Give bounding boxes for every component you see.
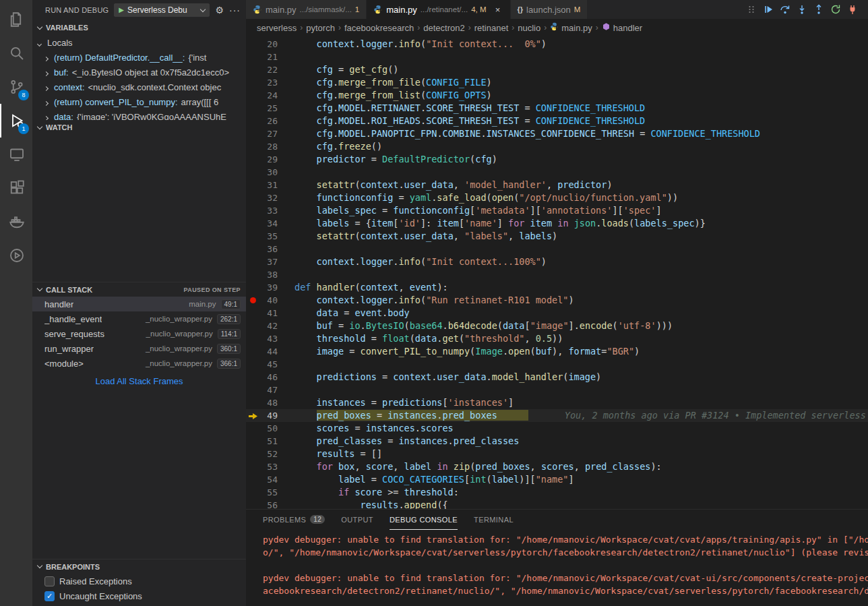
scope-locals[interactable]: Locals	[32, 35, 246, 50]
stack-frame[interactable]: handlermain.py49:1	[32, 297, 246, 311]
code-line[interactable]: 33 labels_spec = functionconfig['metadat…	[246, 204, 868, 217]
code-line[interactable]: 30	[246, 166, 868, 179]
explorer-activity-button[interactable]	[0, 3, 32, 36]
variable-row[interactable]: data:{'image': 'iVBORw0KGgoAAAANSUhE	[32, 109, 246, 120]
editor-tab[interactable]: main.py.../siammask/...1	[246, 0, 367, 19]
panel-tab-output[interactable]: OUTPUT	[341, 510, 373, 530]
gutter-glyph[interactable]	[246, 51, 261, 63]
breakpoint-row[interactable]: Raised Exceptions	[32, 574, 246, 588]
disconnect-button[interactable]	[845, 1, 860, 18]
gutter-glyph[interactable]	[246, 371, 261, 384]
gutter-glyph[interactable]	[246, 255, 261, 268]
checkbox[interactable]: ✓	[44, 591, 55, 601]
breadcrumb-item[interactable]: pytorch	[306, 23, 335, 33]
panel-tab-debug-console[interactable]: DEBUG CONSOLE	[390, 510, 458, 530]
editor-tab[interactable]: {}launch.jsonM	[511, 0, 588, 19]
code-line[interactable]: 41 data = event.body	[246, 307, 868, 320]
gutter-glyph[interactable]	[246, 153, 261, 166]
code-line[interactable]: 52 results = []	[246, 448, 868, 460]
code-line[interactable]: 51 pred_classes = instances.pred_classes	[246, 435, 868, 448]
gutter-glyph[interactable]	[246, 422, 261, 435]
run-and-debug-activity-button[interactable]: 1	[0, 104, 32, 138]
search-activity-button[interactable]	[0, 36, 32, 70]
gutter-glyph[interactable]	[246, 204, 261, 217]
code-line[interactable]: 49 pred_boxes = instances.pred_boxesYou,…	[246, 409, 868, 422]
docker-activity-button[interactable]	[0, 205, 32, 239]
variable-row[interactable]: context:<nuclio_sdk.context.Context obje…	[32, 80, 246, 94]
gutter-glyph[interactable]	[246, 230, 261, 243]
stack-frame[interactable]: serve_requests_nuclio_wrapper.py114:1	[32, 326, 246, 341]
gutter-glyph[interactable]	[246, 384, 261, 396]
variable-row[interactable]: (return) DefaultPredictor.__call__:{'ins…	[32, 50, 246, 65]
code-line[interactable]: 40 context.logger.info("Run retinanet-R1…	[246, 294, 868, 307]
gutter-glyph[interactable]	[246, 435, 261, 448]
panel-tab-problems[interactable]: PROBLEMS12	[263, 510, 325, 530]
gutter-glyph[interactable]	[246, 217, 261, 230]
gutter-glyph[interactable]	[246, 473, 261, 486]
breakpoint-row[interactable]: ✓Uncaught Exceptions	[32, 588, 246, 603]
close-icon[interactable]: ×	[493, 5, 503, 15]
debug-config-dropdown[interactable]: ▶ Serverless Debu	[114, 3, 210, 17]
gutter-glyph[interactable]	[246, 358, 261, 371]
gutter-glyph[interactable]	[246, 499, 261, 509]
gutter-glyph[interactable]	[246, 294, 261, 307]
call-stack-section-header[interactable]: CALL STACK PAUSED ON STEP	[32, 282, 246, 297]
code-line[interactable]: 34 labels = {item['id']: item['name'] fo…	[246, 217, 868, 230]
gear-icon[interactable]: ⚙	[215, 5, 224, 16]
editor-tab[interactable]: main.py.../retinanet/...4, M×	[367, 0, 510, 19]
gutter-glyph[interactable]	[246, 166, 261, 179]
code-line[interactable]: 54 label = COCO_CATEGORIES[int(label)]["…	[246, 473, 868, 486]
gutter-glyph[interactable]	[246, 115, 261, 127]
code-line[interactable]: 44 image = convert_PIL_to_numpy(Image.op…	[246, 345, 868, 358]
code-editor[interactable]: 20 context.logger.info("Init context... …	[246, 36, 868, 509]
code-line[interactable]: 48 instances = predictions['instances']	[246, 396, 868, 409]
code-line[interactable]: 22 cfg = get_cfg()	[246, 63, 868, 76]
continue-button[interactable]	[761, 1, 776, 18]
code-line[interactable]: 23 cfg.merge_from_file(CONFIG_FILE)	[246, 76, 868, 89]
code-line[interactable]: 38	[246, 268, 868, 281]
code-line[interactable]: 42 buf = io.BytesIO(base64.b64decode(dat…	[246, 320, 868, 332]
gutter-glyph[interactable]	[246, 448, 261, 460]
extensions-activity-button[interactable]	[0, 171, 32, 205]
gutter-glyph[interactable]	[246, 460, 261, 473]
gutter-glyph[interactable]	[246, 127, 261, 140]
breadcrumb-item[interactable]: detectron2	[423, 23, 464, 33]
gutter-glyph[interactable]	[246, 191, 261, 204]
gutter-glyph[interactable]	[246, 345, 261, 358]
breadcrumb-item[interactable]: handler	[602, 22, 642, 33]
code-line[interactable]: 24 cfg.merge_from_list(CONFIG_OPTS)	[246, 89, 868, 102]
load-all-stack-frames-link[interactable]: Load All Stack Frames	[95, 376, 183, 386]
gutter-glyph[interactable]	[246, 320, 261, 332]
code-line[interactable]: 55 if score >= threshold:	[246, 486, 868, 499]
breadcrumb-item[interactable]: facebookresearch	[344, 23, 414, 33]
code-line[interactable]: 56 results.append({	[246, 499, 868, 509]
code-line[interactable]: 43 threshold = float(data.get("threshold…	[246, 332, 868, 345]
gutter-glyph[interactable]	[246, 396, 261, 409]
gutter-glyph[interactable]	[246, 179, 261, 191]
remote-explorer-activity-button[interactable]	[0, 138, 32, 171]
variables-section-header[interactable]: VARIABLES	[32, 20, 246, 35]
code-line[interactable]: 20 context.logger.info("Init context... …	[246, 38, 868, 51]
code-line[interactable]: 39def handler(context, event):	[246, 281, 868, 294]
panel-tab-terminal[interactable]: TERMINAL	[474, 510, 514, 530]
code-line[interactable]: 47	[246, 384, 868, 396]
restart-button[interactable]	[828, 1, 843, 18]
breakpoints-section-header[interactable]: BREAKPOINTS	[32, 559, 246, 574]
code-line[interactable]: 28 cfg.freeze()	[246, 140, 868, 153]
code-line[interactable]: 27 cfg.MODEL.PANOPTIC_FPN.COMBINE.INSTAN…	[246, 127, 868, 140]
gutter-glyph[interactable]	[246, 140, 261, 153]
code-line[interactable]: 50 scores = instances.scores	[246, 422, 868, 435]
breadcrumb-item[interactable]: nuclio	[518, 23, 540, 33]
gutter-glyph[interactable]	[246, 76, 261, 89]
code-line[interactable]: 31 setattr(context.user_data, 'model_han…	[246, 179, 868, 191]
variable-row[interactable]: (return) convert_PIL_to_numpy:array([[[ …	[32, 94, 246, 109]
code-line[interactable]: 29 predictor = DefaultPredictor(cfg)	[246, 153, 868, 166]
play-circle-activity-button[interactable]	[0, 239, 32, 272]
more-actions-icon[interactable]: ···	[229, 5, 241, 16]
gutter-glyph[interactable]	[246, 486, 261, 499]
breakpoint-icon[interactable]	[250, 297, 256, 303]
watch-section-header[interactable]: WATCH	[32, 120, 246, 135]
gutter-glyph[interactable]	[246, 268, 261, 281]
start-debug-icon[interactable]: ▶	[119, 7, 124, 13]
code-line[interactable]: 25 cfg.MODEL.RETINANET.SCORE_THRESH_TEST…	[246, 102, 868, 115]
